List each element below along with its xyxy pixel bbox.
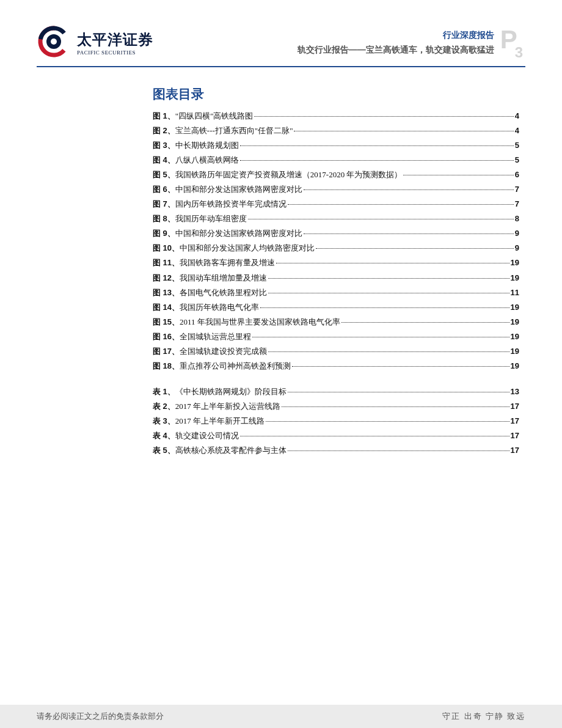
toc-label: 图 16、 xyxy=(153,329,180,344)
page-number-badge: P3 xyxy=(500,27,525,56)
toc-label: 图 11、 xyxy=(153,256,180,270)
toc-leader-dots xyxy=(282,406,509,407)
toc-page: 6 xyxy=(515,167,519,182)
toc-page: 13 xyxy=(511,384,519,399)
toc-label: 图 4、 xyxy=(153,153,175,167)
toc-text: 2017 年上半年新投入运营线路 xyxy=(175,399,280,414)
toc-row: 图 13、 各国电气化铁路里程对比 11 xyxy=(153,285,519,300)
toc-text: 《中长期铁路网规划》阶段目标 xyxy=(175,384,286,399)
toc-leader-dots xyxy=(276,263,509,263)
toc-text: "四纵四横"高铁线路图 xyxy=(175,109,254,123)
toc-label: 表 5、 xyxy=(153,443,175,458)
toc-label: 图 12、 xyxy=(153,271,180,285)
toc-leader-dots xyxy=(288,204,514,205)
toc-label: 图 7、 xyxy=(153,197,175,211)
toc-text: 我国铁路历年固定资产投资额及增速（2017-2020 年为预测数据） xyxy=(175,167,403,182)
toc-leader-dots xyxy=(304,189,514,190)
toc-row: 图 5、 我国铁路历年固定资产投资额及增速（2017-2020 年为预测数据） … xyxy=(153,167,519,182)
toc-page: 19 xyxy=(511,329,519,344)
toc-label: 图 2、 xyxy=(153,123,175,138)
toc-row: 图 18、 重点推荐公司神州高铁盈利预测 19 xyxy=(153,359,519,373)
content: 图表目录 图 1、 "四纵四横"高铁线路图 4 图 2、 宝兰高铁---打通东西… xyxy=(153,86,519,458)
toc-page: 17 xyxy=(511,428,519,443)
toc-row: 图 16、 全国城轨运营总里程 19 xyxy=(153,329,519,344)
toc-row: 图 6、 中国和部分发达国家铁路网密度对比 7 xyxy=(153,182,519,197)
toc-label: 图 10、 xyxy=(153,241,180,256)
logo-icon xyxy=(37,24,71,61)
page-number: 3 xyxy=(515,44,523,61)
toc-leader-dots xyxy=(240,145,514,146)
logo-text: 太平洋证券 PACIFIC SECURITIES xyxy=(77,30,153,56)
toc-text: 我国动车组增加量及增速 xyxy=(180,271,267,285)
toc-leader-dots xyxy=(266,421,509,422)
toc-row: 图 10、 中国和部分发达国家人均铁路密度对比 9 xyxy=(153,241,519,256)
toc-leader-dots xyxy=(240,436,509,436)
tables-list: 表 1、 《中长期铁路网规划》阶段目标 13 表 2、 2017 年上半年新投入… xyxy=(153,384,519,458)
toc-row: 表 5、 高铁核心系统及零配件参与主体 17 xyxy=(153,443,519,458)
toc-row: 图 2、 宝兰高铁---打通东西向"任督二脉" 4 xyxy=(153,123,519,138)
logo-en: PACIFIC SECURITIES xyxy=(77,50,153,56)
toc-row: 图 9、 中国和部分发达国家铁路网密度对比 9 xyxy=(153,226,519,241)
header-divider xyxy=(37,66,525,67)
toc-label: 图 9、 xyxy=(153,226,175,241)
toc-page: 4 xyxy=(515,109,519,123)
toc-title: 图表目录 xyxy=(153,86,519,103)
toc-text: 2017 年上半年新开工线路 xyxy=(175,414,265,428)
toc-page: 19 xyxy=(511,256,519,270)
toc-text: 我国历年动车组密度 xyxy=(175,211,247,226)
toc-leader-dots xyxy=(268,351,509,352)
toc-leader-dots xyxy=(248,219,514,219)
toc-row: 图 14、 我国历年铁路电气化率 19 xyxy=(153,300,519,315)
toc-row: 图 11、 我国铁路客车拥有量及增速 19 xyxy=(153,256,519,270)
toc-leader-dots xyxy=(304,233,514,234)
toc-row: 图 15、 2011 年我国与世界主要发达国家铁路电气化率 19 xyxy=(153,315,519,329)
header: 太平洋证券 PACIFIC SECURITIES 行业深度报告 轨交行业报告——… xyxy=(37,24,525,61)
toc-row: 表 3、 2017 年上半年新开工线路 17 xyxy=(153,414,519,428)
toc-row: 表 4、 轨交建设公司情况 17 xyxy=(153,428,519,443)
toc-row: 表 1、 《中长期铁路网规划》阶段目标 13 xyxy=(153,384,519,399)
toc-page: 19 xyxy=(511,359,519,373)
toc-text: 全国城轨运营总里程 xyxy=(180,329,251,344)
toc-page: 11 xyxy=(511,285,519,300)
toc-page: 7 xyxy=(515,197,519,211)
toc-page: 4 xyxy=(515,123,519,138)
toc-gap xyxy=(153,373,519,384)
toc-row: 图 7、 国内历年铁路投资半年完成情况 7 xyxy=(153,197,519,211)
toc-page: 19 xyxy=(511,271,519,285)
toc-text: 我国历年铁路电气化率 xyxy=(180,300,259,315)
toc-text: 中国和部分发达国家铁路网密度对比 xyxy=(175,182,302,197)
toc-leader-dots xyxy=(292,366,509,367)
toc-label: 图 17、 xyxy=(153,344,180,359)
logo-cn: 太平洋证券 xyxy=(77,30,153,50)
toc-leader-dots xyxy=(316,248,514,249)
toc-label: 表 3、 xyxy=(153,414,175,428)
toc-page: 5 xyxy=(515,138,519,153)
toc-label: 图 14、 xyxy=(153,300,180,315)
toc-leader-dots xyxy=(288,450,509,451)
toc-label: 图 6、 xyxy=(153,182,175,197)
toc-label: 表 4、 xyxy=(153,428,175,443)
toc-text: 中国和部分发达国家人均铁路密度对比 xyxy=(180,241,315,256)
toc-text: 2011 年我国与世界主要发达国家铁路电气化率 xyxy=(180,315,340,329)
toc-label: 表 1、 xyxy=(153,384,175,399)
toc-page: 7 xyxy=(515,182,519,197)
toc-page: 19 xyxy=(511,344,519,359)
footer: 请务必阅读正文之后的免责条款部分 守正 出奇 宁静 致远 xyxy=(0,705,562,728)
toc-leader-dots xyxy=(260,307,509,308)
toc-page: 5 xyxy=(515,153,519,167)
toc-label: 图 18、 xyxy=(153,359,180,373)
header-titles: 行业深度报告 轨交行业报告——宝兰高铁通车，轨交建设高歌猛进 xyxy=(297,28,494,57)
toc-label: 图 3、 xyxy=(153,138,175,153)
toc-leader-dots xyxy=(254,116,513,117)
figures-list: 图 1、 "四纵四横"高铁线路图 4 图 2、 宝兰高铁---打通东西向"任督二… xyxy=(153,109,519,373)
toc-leader-dots xyxy=(341,322,509,323)
toc-page: 17 xyxy=(511,414,519,428)
toc-label: 图 5、 xyxy=(153,167,175,182)
svg-point-3 xyxy=(51,39,57,45)
toc-page: 17 xyxy=(511,399,519,414)
toc-row: 图 3、 中长期铁路规划图 5 xyxy=(153,138,519,153)
toc-text: 八纵八横高铁网络 xyxy=(175,153,239,167)
toc-label: 表 2、 xyxy=(153,399,175,414)
toc-text: 宝兰高铁---打通东西向"任督二脉" xyxy=(175,123,293,138)
toc-page: 17 xyxy=(511,443,519,458)
